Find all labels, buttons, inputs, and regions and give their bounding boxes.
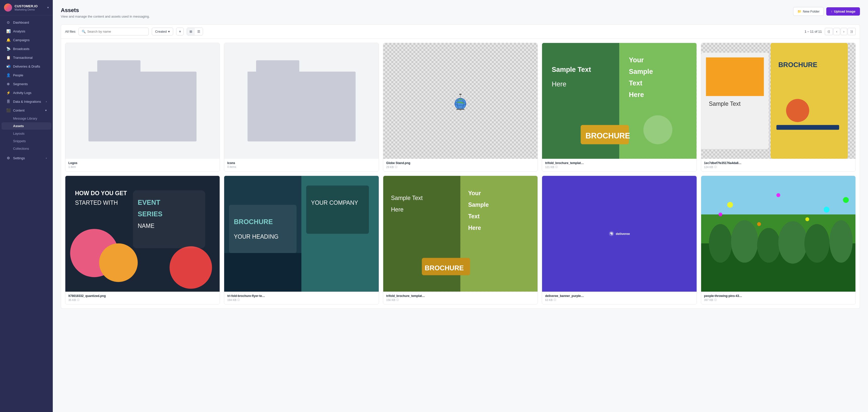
- next-page-button[interactable]: ›: [841, 28, 847, 35]
- sidebar-sub-collections[interactable]: Collections: [1, 145, 51, 152]
- asset-card-lt780[interactable]: HOW DO YOU GET STARTED WITH EVENT SERIES…: [65, 176, 220, 305]
- trifold-green-svg: Sample Text Here Your Sample Text Here B…: [542, 43, 696, 159]
- dashboard-icon: ⊙: [6, 20, 10, 24]
- asset-size: 121 KB: [545, 165, 554, 168]
- sidebar-item-broadcasts[interactable]: 📡 Broadcasts: [1, 44, 51, 53]
- asset-card-deliveree[interactable]: deliveree deliveree_banner_purple… 63 KB…: [542, 176, 696, 305]
- sort-button[interactable]: Created ▾: [152, 28, 173, 35]
- grid-view-button[interactable]: ⊞: [187, 28, 195, 35]
- sort-label: Created: [155, 30, 166, 33]
- upload-image-button[interactable]: ↑ Upload Image: [826, 7, 860, 15]
- new-folder-button[interactable]: 📁 New Folder: [793, 7, 824, 16]
- deliveries-icon: 📬: [6, 64, 10, 68]
- prev-page-button[interactable]: ‹: [833, 28, 840, 35]
- sidebar-item-deliveries[interactable]: 📬 Deliveries & Drafts: [1, 62, 51, 71]
- list-view-button[interactable]: ☰: [195, 28, 203, 35]
- svg-point-72: [843, 197, 849, 203]
- sidebar-item-analysis[interactable]: 📊 Analysis: [1, 27, 51, 35]
- sidebar-item-activity-logs[interactable]: ⚡ Activity Logs: [1, 88, 51, 97]
- pagination-buttons: ⟨⟨ ‹ › ⟩⟩: [825, 28, 856, 35]
- svg-rect-25: [776, 125, 839, 130]
- asset-info-deliveree: deliveree_banner_purple… 63 KB ⓘ: [542, 292, 696, 304]
- svg-text:BROCHURE: BROCHURE: [234, 218, 273, 226]
- svg-point-66: [727, 202, 733, 208]
- trifold-yellow-svg: Sample Text BROCHURE: [701, 43, 856, 159]
- svg-point-70: [805, 217, 809, 221]
- asset-name: people-throwing-pins-43…: [704, 294, 852, 298]
- data-icon: 🗄: [6, 99, 10, 103]
- svg-point-67: [776, 193, 780, 197]
- asset-card-trifold-flyer[interactable]: BROCHURE YOUR HEADING YOUR COMPANY tri-f…: [224, 176, 379, 305]
- asset-name: tri-fold-brochure-flyer-te…: [227, 294, 375, 298]
- sidebar-header[interactable]: CUSTOMER.IO Marketing Demo ▾: [0, 0, 53, 15]
- info-icon: ⓘ: [714, 298, 717, 302]
- info-icon: ⓘ: [77, 298, 80, 302]
- info-icon: ⓘ: [237, 298, 240, 302]
- filter-icon: ≡: [179, 30, 181, 33]
- info-icon: ⓘ: [555, 165, 558, 169]
- asset-card-people[interactable]: people-throwing-pins-43… 397 KB ⓘ: [701, 176, 856, 305]
- sidebar-item-dashboard[interactable]: ⊙ Dashboard: [1, 18, 51, 27]
- sidebar-item-content[interactable]: ⬛ Content ▾: [1, 106, 51, 115]
- asset-size: 29 KB: [386, 165, 394, 168]
- asset-name: Icons: [227, 161, 375, 165]
- asset-size: 63 KB: [545, 298, 553, 302]
- asset-size: 1 item: [68, 165, 76, 168]
- sidebar-item-campaigns[interactable]: 🔔 Campaigns: [1, 36, 51, 44]
- folder-icon: 📁: [797, 9, 801, 13]
- svg-text:Sample Text: Sample Text: [391, 195, 423, 201]
- content-area: Assets View and manage the content and a…: [53, 0, 868, 412]
- sidebar-item-segments[interactable]: ⊕ Segments: [1, 80, 51, 88]
- svg-rect-43: [224, 253, 301, 292]
- svg-point-4: [459, 94, 462, 95]
- asset-info-trifold-flyer: tri-fold-brochure-flyer-te… 194 KB ⓘ: [224, 292, 378, 304]
- deliveree-text: deliveree: [616, 232, 630, 235]
- asset-name: trifold_brochure_templat…: [386, 294, 534, 298]
- sidebar-nav: ⊙ Dashboard 📊 Analysis 🔔 Campaigns 📡 Bro…: [0, 15, 53, 412]
- svg-text:NAME: NAME: [138, 223, 155, 229]
- chevron-right-icon: ›: [46, 157, 47, 160]
- asset-card-1ec7d[interactable]: Sample Text BROCHURE 1ec7dbef7fe35176a4d…: [701, 43, 856, 171]
- asset-card-trifold2[interactable]: Sample Text Here Your Sample Text Here B…: [383, 176, 538, 305]
- new-folder-label: New Folder: [803, 9, 819, 13]
- svg-text:YOUR COMPANY: YOUR COMPANY: [311, 199, 359, 206]
- asset-card-icons[interactable]: Icons 0 items: [224, 43, 379, 171]
- sidebar-item-data-integrations[interactable]: 🗄 Data & Integrations ›: [1, 97, 51, 106]
- asset-info-1ec7d: 1ec7dbef7fe35176a4da8… 124 KB ⓘ: [701, 159, 856, 171]
- first-page-button[interactable]: ⟨⟨: [825, 28, 833, 35]
- asset-size: 156 KB: [386, 298, 395, 302]
- org-sub: Marketing Demo: [14, 8, 38, 11]
- sidebar-sub-layouts[interactable]: Layouts: [1, 130, 51, 137]
- search-icon: 🔍: [82, 30, 86, 33]
- svg-text:Your: Your: [629, 56, 644, 64]
- sidebar-item-label: Transactional: [13, 56, 33, 60]
- sidebar-item-people[interactable]: 👤 People: [1, 71, 51, 80]
- svg-point-62: [757, 228, 780, 262]
- dark-promo-svg: HOW DO YOU GET STARTED WITH EVENT SERIES…: [65, 176, 220, 292]
- search-input[interactable]: [87, 30, 146, 33]
- sidebar-sub-message-library[interactable]: Message Library: [1, 115, 51, 122]
- sidebar-sub-assets[interactable]: Assets: [1, 122, 51, 130]
- sidebar: CUSTOMER.IO Marketing Demo ▾ ⊙ Dashboard…: [0, 0, 53, 412]
- svg-text:BROCHURE: BROCHURE: [778, 61, 817, 69]
- search-box[interactable]: 🔍: [79, 28, 149, 35]
- asset-thumb-lt780: HOW DO YOU GET STARTED WITH EVENT SERIES…: [65, 176, 220, 292]
- filter-button[interactable]: ≡: [176, 28, 184, 35]
- asset-card-trifold1[interactable]: Sample Text Here Your Sample Text Here B…: [542, 43, 696, 171]
- asset-thumb-deliveree: deliveree: [542, 176, 696, 292]
- last-page-button[interactable]: ⟩⟩: [848, 28, 856, 35]
- svg-text:BROCHURE: BROCHURE: [586, 131, 630, 140]
- asset-info-lt780: lt78018332_quantized.png 35 KB ⓘ: [65, 292, 220, 304]
- svg-point-18: [643, 115, 672, 144]
- svg-text:Sample Text: Sample Text: [552, 66, 591, 73]
- sidebar-sub-snippets[interactable]: Snippets: [1, 137, 51, 145]
- settings-icon: ⚙: [6, 156, 10, 160]
- asset-card-globe[interactable]: Globe Stand.png 29 KB ⓘ: [383, 43, 538, 171]
- asset-thumb-trifold1: Sample Text Here Your Sample Text Here B…: [542, 43, 696, 159]
- sidebar-item-transactional[interactable]: 📋 Transactional: [1, 53, 51, 62]
- svg-text:Here: Here: [629, 91, 644, 98]
- svg-point-60: [709, 224, 732, 263]
- asset-card-logos[interactable]: Logos 1 item: [65, 43, 220, 171]
- sidebar-item-settings[interactable]: ⚙ Settings ›: [1, 154, 51, 162]
- svg-text:Here: Here: [468, 225, 481, 231]
